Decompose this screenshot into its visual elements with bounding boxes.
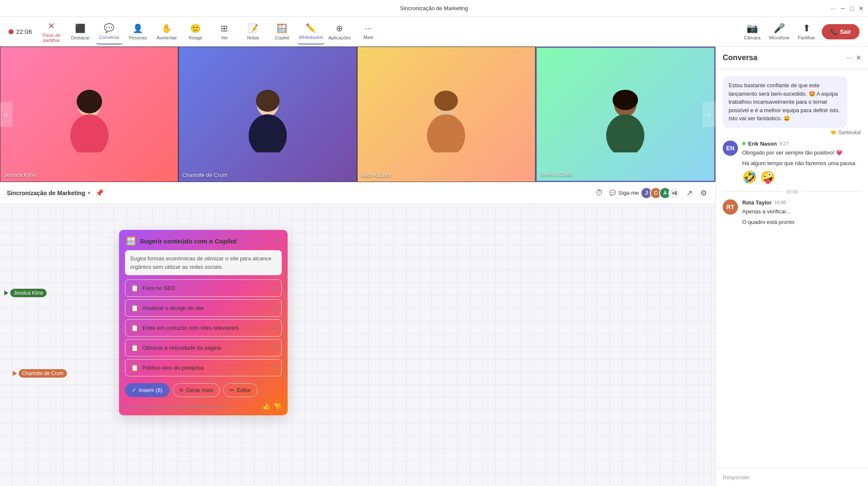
view-button[interactable]: ⊞ Ver xyxy=(211,19,238,44)
apps-button[interactable]: ⊕ Aplicações xyxy=(326,19,353,44)
nav-prev-button[interactable]: ‹ xyxy=(0,102,13,127)
santouka-message-bubble: Estou bastante confiante de que este lan… xyxy=(723,76,847,128)
raise-hand-button[interactable]: ✋ Aumentar xyxy=(153,19,180,44)
more-options-icon[interactable]: ··· xyxy=(831,5,836,12)
video-tile-charlotte: Charlotte de Crum xyxy=(178,47,357,182)
remove-suggestion-2[interactable]: ✕ xyxy=(271,325,276,331)
timer-icon-btn[interactable]: ⏱ xyxy=(594,187,605,199)
window-title: Sincronização de Marketing xyxy=(400,5,468,11)
suggestion-left-4: 📋 Público-alvo da pesquisa xyxy=(130,364,204,372)
suggestion-icon-3: 📋 xyxy=(130,344,139,352)
copilot-button[interactable]: 🪟 Copilot xyxy=(269,19,296,44)
aadi-photo xyxy=(358,47,535,182)
stop-share-button[interactable]: ✕ Parar de partilhar xyxy=(38,19,65,44)
highlight-icon: ⬛ xyxy=(75,23,86,33)
jessica-name: Jessica Kline xyxy=(4,172,36,178)
copilot-logo-icon: 🪟 xyxy=(126,236,136,246)
thumbs-down-button[interactable]: 👎 xyxy=(273,402,282,410)
serena-photo xyxy=(537,48,714,181)
suggestion-item-1[interactable]: 📋 Atualizar o design do site ✕ xyxy=(125,299,282,317)
meeting-name-display: Sincronização de Marketing ▾ xyxy=(7,190,90,196)
end-call-label: Sair xyxy=(840,28,851,35)
notes-button[interactable]: 📝 Notas xyxy=(240,19,267,44)
cursor-charlotte: Charlotte de Crum xyxy=(13,369,67,378)
suggestion-left-0: 📋 Foco no SEO xyxy=(130,284,175,292)
stop-share-icon: ✕ xyxy=(48,21,55,31)
copilot-actions: ✓ Inserir (6) ↻ Gerar mais ✏ Editar xyxy=(119,379,288,400)
generate-more-button[interactable]: ↻ Gerar mais xyxy=(173,383,220,397)
settings-btn[interactable]: ⚙ xyxy=(699,187,709,199)
title-bar: Sincronização de Marketing ··· ─ □ ✕ xyxy=(0,0,868,17)
suggestion-item-2[interactable]: 📋 Entre em contacto com sites relevantes… xyxy=(125,319,282,337)
mic-button[interactable]: 🎤 Microfone xyxy=(768,20,791,44)
apps-label: Aplicações xyxy=(328,35,351,40)
people-icon: 👤 xyxy=(133,23,143,33)
svg-point-8 xyxy=(434,91,458,111)
chat-input-placeholder[interactable]: Responder xyxy=(723,474,750,480)
chat-label: Conversa xyxy=(99,35,119,40)
more-button[interactable]: ··· Mais xyxy=(355,19,382,44)
follow-me-icon: 💬 xyxy=(609,190,616,196)
whiteboard-canvas xyxy=(0,204,715,486)
time-divider-1000: 10:00 xyxy=(723,189,861,194)
reta-line-2: O quadro está pronto xyxy=(742,218,861,226)
remove-suggestion-0[interactable]: ✕ xyxy=(271,285,276,292)
participant-avatars: J C A +6 xyxy=(643,187,680,199)
close-icon[interactable]: ✕ xyxy=(859,5,864,12)
refresh-icon: ↻ xyxy=(179,387,184,393)
suggestion-item-0[interactable]: 📋 Foco no SEO ✕ xyxy=(125,279,282,297)
insert-button[interactable]: ✓ Inserir (6) xyxy=(125,383,169,397)
chat-more-button[interactable]: ··· xyxy=(847,54,852,62)
svg-point-5 xyxy=(256,90,280,112)
react-button[interactable]: 🙂 Reagir xyxy=(182,19,209,44)
svg-point-10 xyxy=(606,114,644,152)
timer-area: 22:06 xyxy=(8,28,32,35)
chevron-down-icon[interactable]: ▾ xyxy=(88,190,90,196)
minimize-icon[interactable]: ─ xyxy=(841,5,845,12)
suggestion-left-1: 📋 Atualizar o design do site xyxy=(130,304,204,312)
camera-button[interactable]: 📷 Câmara xyxy=(740,20,764,44)
copilot-close-button[interactable]: ✕ xyxy=(275,237,281,245)
remove-suggestion-1[interactable]: ✕ xyxy=(271,305,276,312)
maximize-icon[interactable]: □ xyxy=(850,5,854,12)
end-call-button[interactable]: 📞 Sair xyxy=(822,24,860,39)
checkmark-icon: ✓ xyxy=(132,387,136,393)
cursor-arrow-charlotte xyxy=(13,371,17,376)
more-label: Mais xyxy=(363,35,373,40)
copilot-label: Copilot xyxy=(275,35,289,40)
remove-suggestion-3[interactable]: ✕ xyxy=(271,345,276,351)
whiteboard-icon: ✏️ xyxy=(305,23,316,33)
chat-button[interactable]: 💬 Conversa xyxy=(96,19,123,44)
cursor-label-charlotte: Charlotte de Crum xyxy=(19,369,67,378)
toolbar: 22:06 ✕ Parar de partilhar ⬛ Destacar 💬 … xyxy=(0,17,868,47)
react-icon: 🙂 xyxy=(190,23,201,33)
follow-me-button[interactable]: 💬 Siga-me xyxy=(609,190,639,196)
chat-close-button[interactable]: ✕ xyxy=(856,54,861,62)
people-button[interactable]: 👤 Pessoas xyxy=(125,19,152,44)
charlotte-photo xyxy=(179,47,356,182)
avatar-count[interactable]: +6 xyxy=(668,187,680,199)
remove-suggestion-4[interactable]: ✕ xyxy=(271,364,276,371)
erik-meta: Erik Nason 9:27 xyxy=(742,141,861,147)
cursor-jessica: Jessica Kline xyxy=(4,289,47,297)
edit-icon: ✏ xyxy=(230,387,234,393)
suggestion-icon-2: 📋 xyxy=(130,324,139,332)
highlight-button[interactable]: ⬛ Destacar xyxy=(67,19,94,44)
suggestion-item-3[interactable]: 📋 Otimizar a velocidade da página ✕ xyxy=(125,339,282,356)
chat-input-area[interactable]: Responder xyxy=(716,468,868,486)
thumbs-up-button[interactable]: 👍 xyxy=(262,402,271,410)
edit-button[interactable]: ✏ Editar xyxy=(223,383,258,397)
share-meeting-btn[interactable]: ↗ xyxy=(685,187,694,199)
suggestion-left-2: 📋 Entre em contacto com sites relevantes xyxy=(130,324,239,332)
recording-indicator xyxy=(8,29,14,34)
whiteboard-area[interactable]: Aadi Kapoor Kat Larsson Jessica Kline Ch… xyxy=(0,204,715,486)
pin-icon[interactable]: 📌 xyxy=(95,189,104,197)
nav-next-button[interactable]: › xyxy=(703,102,715,127)
whiteboard-button[interactable]: ✏️ Whiteboard xyxy=(297,19,324,44)
share-button[interactable]: ⬆ Partilhar xyxy=(795,20,818,44)
copilot-header: 🪟 Sugerir conteúdo com o Copilot ✕ xyxy=(119,230,288,250)
more-icon: ··· xyxy=(365,23,372,33)
mic-label: Microfone xyxy=(769,35,789,40)
cursor-arrow-jessica xyxy=(4,290,8,295)
suggestion-item-4[interactable]: 📋 Público-alvo da pesquisa ✕ xyxy=(125,359,282,376)
